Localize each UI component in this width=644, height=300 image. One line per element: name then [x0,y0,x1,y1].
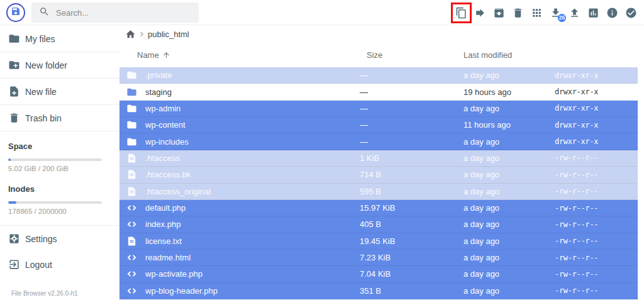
inodes-label: Inodes [8,184,111,194]
file-modified: a day ago [464,203,555,213]
file-size: 405 B [360,219,464,229]
toolbar: 25 [455,0,638,25]
file-permissions: -rw-r--r-- [555,286,638,295]
select-all-button[interactable] [625,6,638,19]
file-modified: a day ago [464,219,555,229]
sidebar-item-settings[interactable]: Settings [0,226,119,252]
search-bar[interactable] [31,3,199,23]
home-icon[interactable] [125,29,136,40]
upload-button[interactable] [568,6,581,19]
stats-button[interactable] [587,6,600,19]
table-row[interactable]: .private — a day ago drwxr-xr-x [119,67,638,84]
file-size: — [360,104,464,113]
inodes-value: 178865 / 2000000 [8,208,111,217]
search-input[interactable] [56,8,188,18]
file-name: wp-content [145,120,360,130]
breadcrumb-path[interactable]: public_html [148,30,189,39]
copy-icon [455,7,467,19]
sidebar-item-label: Trash bin [25,113,62,123]
sidebar-item-label: New file [25,87,57,97]
copy-button[interactable] [455,6,468,19]
file-size: — [360,70,464,80]
file-modified: a day ago [464,153,555,163]
folder-icon [126,119,137,130]
delete-button[interactable] [511,6,525,19]
table-row[interactable]: .htaccess 1 KiB a day ago -rw-r--r-- [119,150,638,167]
info-button[interactable] [606,6,619,19]
sidebar-item-new-file[interactable]: New file [0,79,119,104]
code-icon [126,252,137,263]
sidebar-item-my-files[interactable]: My files [0,26,119,52]
folder-icon [8,33,20,45]
file-size: 7.04 KiB [360,269,464,279]
file-permissions: drwxr-xr-x [555,71,638,80]
table-row[interactable]: wp-blog-header.php 351 B a day ago -rw-r… [119,283,638,299]
file-permissions: -rw-r--r-- [555,153,638,162]
doc-icon [126,236,137,247]
inodes-progress-bar [8,201,102,204]
table-row[interactable]: .htaccess.bk 714 B a day ago -rw-r--r-- [119,167,638,183]
main-content: public_html Name Size Last modified .pri… [119,26,644,300]
table-row[interactable]: staging — 19 hours ago drwxr-xr-x [119,84,638,100]
file-permissions: -rw-r--r-- [555,220,638,229]
file-permissions: -rw-r--r-- [555,253,638,262]
table-row[interactable]: license.txt 19.45 KiB a day ago -rw-r--r… [119,233,638,250]
new-folder-icon [8,59,20,71]
file-modified: a day ago [464,104,555,113]
sidebar-item-new-folder[interactable]: New folder [0,52,119,78]
folder-icon [126,136,137,147]
sidebar-item-trash-bin[interactable]: Trash bin [0,105,119,131]
file-size: — [360,137,464,147]
trash-icon [512,7,524,19]
upload-icon [569,7,580,19]
file-modified: a day ago [464,137,555,147]
file-size: — [360,87,464,97]
download-count-badge: 25 [558,14,566,22]
doc-icon [126,153,137,164]
sidebar-item-label: My files [25,34,55,44]
table-row[interactable]: default.php 15.97 KiB a day ago -rw-r--r… [119,200,638,216]
code-icon [126,269,137,279]
table-row[interactable]: wp-admin — a day ago drwxr-xr-x [119,101,638,117]
table-row[interactable]: index.php 405 B a day ago -rw-r--r-- [119,216,638,233]
file-name: .htaccess.bk [145,170,360,179]
search-icon [39,6,50,19]
archive-button[interactable] [492,6,506,19]
name-header-label: Name [137,50,159,60]
archive-icon [493,7,505,19]
file-modified: 11 hours ago [464,120,555,130]
column-header-size[interactable]: Size [360,50,464,60]
table-row[interactable]: readme.html 7.23 KiB a day ago -rw-r--r-… [119,250,638,266]
file-permissions: -rw-r--r-- [555,187,638,196]
view-mode-button[interactable] [530,6,543,19]
file-size: 19.45 KiB [360,236,464,246]
space-usage: Space 5.02 GiB / 200 GiB [0,131,119,174]
space-value: 5.02 GiB / 200 GiB [8,165,111,174]
chevron-right-icon [136,30,148,39]
file-modified: a day ago [464,269,555,279]
column-header-name[interactable]: Name [119,50,360,60]
file-name: wp-activate.php [145,269,360,279]
folder-icon [126,70,137,81]
info-icon [606,7,618,19]
sidebar-item-logout[interactable]: Logout [0,252,119,277]
table-row[interactable]: wp-includes — a day ago drwxr-xr-x [119,133,638,150]
settings-icon [8,233,20,245]
file-permissions: drwxr-xr-x [555,87,638,96]
file-permissions: drwxr-xr-x [555,121,638,130]
download-button[interactable]: 25 [549,6,562,19]
column-header-modified[interactable]: Last modified [464,50,555,60]
move-button[interactable] [474,6,487,19]
check-circle-icon [625,7,637,19]
app-logo[interactable] [6,3,25,22]
table-row[interactable]: wp-content — 11 hours ago drwxr-xr-x [119,117,638,133]
code-icon [126,219,137,230]
breadcrumb: public_html [119,26,644,43]
file-name: wp-admin [145,104,360,113]
floppy-disk-icon [11,6,21,19]
table-row[interactable]: .htaccess_original 595 B a day ago -rw-r… [119,184,638,200]
doc-icon [126,169,137,180]
table-row[interactable]: wp-activate.php 7.04 KiB a day ago -rw-r… [119,266,638,282]
top-bar: 25 [0,0,644,25]
file-permissions: -rw-r--r-- [555,270,638,279]
